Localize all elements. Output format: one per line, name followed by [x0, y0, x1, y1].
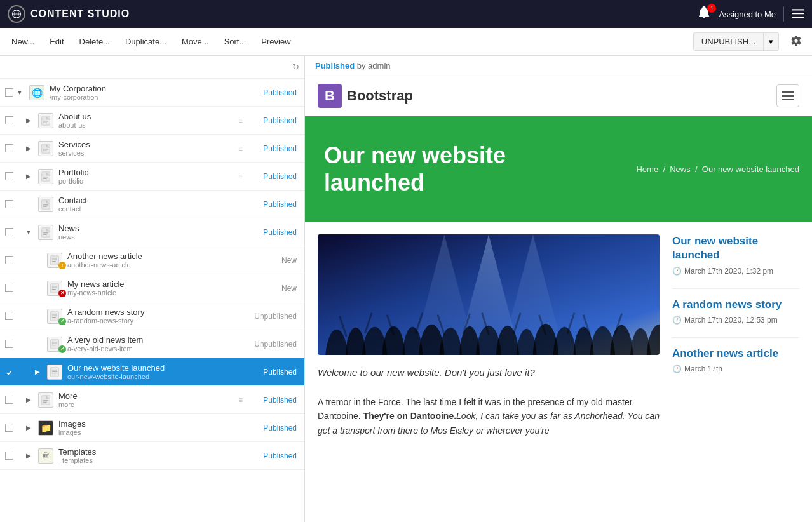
- drag-handle-icon[interactable]: ≡: [238, 396, 248, 405]
- article-main: Welcome to our new website. Don't you ju…: [318, 234, 660, 438]
- tree-item-another-news[interactable]: !Another news articleanother-news-articl…: [0, 246, 304, 274]
- tree-item-templates[interactable]: ▶🏛Templates_templatesPublished: [0, 442, 304, 470]
- tree-item-old-news[interactable]: ✓A very old news itema-very-old-news-ite…: [0, 330, 304, 358]
- item-icon-cell: !: [44, 253, 65, 268]
- preview-content-area[interactable]: B Bootstrap Our new website launched Hom…: [305, 76, 812, 522]
- drag-handle-icon[interactable]: ≡: [238, 172, 248, 181]
- tree-checkbox[interactable]: [5, 200, 13, 208]
- expand-button[interactable]: ▶: [26, 173, 31, 180]
- item-status-label: Published: [263, 200, 297, 209]
- tree-item-random-news[interactable]: ✓A random news storya-random-news-storyU…: [0, 302, 304, 330]
- tree-item-about-us[interactable]: ▶About usabout-us≡Published: [0, 107, 304, 135]
- item-status-cell: Published: [251, 88, 302, 97]
- tree-checkbox[interactable]: [5, 424, 13, 432]
- menu-hamburger-button[interactable]: [792, 7, 804, 22]
- tree-checkbox[interactable]: [5, 368, 13, 376]
- expand-button[interactable]: ▶: [35, 368, 40, 375]
- tree-item-more[interactable]: ▶Moremore≡Published: [0, 386, 304, 414]
- item-status-cell: Unpublished: [251, 339, 302, 349]
- tree-checkbox[interactable]: [5, 144, 13, 152]
- tree-checkbox[interactable]: [5, 312, 13, 320]
- sort-button[interactable]: Sort...: [218, 33, 253, 50]
- sidebar-article-3-title[interactable]: Another news article: [672, 347, 799, 361]
- item-status-cell: Published: [251, 423, 302, 432]
- item-text-cell: Moremore: [58, 391, 238, 408]
- clock-icon-3: 🕐: [672, 365, 682, 373]
- page-icon: [38, 392, 53, 408]
- tree-checkbox[interactable]: [5, 88, 13, 97]
- tree-checkbox[interactable]: [5, 452, 13, 460]
- tree-item-services[interactable]: ▶Servicesservices≡Published: [0, 135, 304, 163]
- tree-checkbox[interactable]: [5, 228, 13, 236]
- checkbox-cell: [3, 424, 15, 432]
- site-nav-toggle[interactable]: [776, 84, 799, 107]
- tree-item-portfolio[interactable]: ▶Portfolioportfolio≡Published: [0, 163, 304, 191]
- hero-title: Our new website launched: [324, 142, 565, 196]
- item-status-label: Unpublished: [254, 340, 297, 349]
- notification-icon: 1: [697, 5, 715, 23]
- refresh-icon[interactable]: ↻: [292, 62, 299, 72]
- checkbox-cell: [3, 116, 15, 124]
- expand-button[interactable]: ▶: [26, 145, 31, 152]
- divider: [783, 6, 784, 22]
- item-name: A random news story: [67, 307, 251, 317]
- toolbar: New... Edit Delete... Duplicate... Move.…: [0, 28, 812, 56]
- tree-checkbox[interactable]: [5, 172, 13, 180]
- edit-button[interactable]: Edit: [43, 33, 70, 50]
- item-status-label: New: [281, 256, 297, 265]
- expand-button[interactable]: ▶: [26, 424, 31, 431]
- tree-checkbox[interactable]: [5, 256, 13, 264]
- tree-item-images[interactable]: ▶📁ImagesimagesPublished: [0, 414, 304, 442]
- page-icon: [38, 113, 53, 128]
- move-button[interactable]: Move...: [175, 33, 215, 50]
- item-path: portfolio: [58, 177, 238, 185]
- notification-badge: 1: [707, 4, 716, 13]
- item-path: our-new-website-launched: [67, 373, 251, 380]
- tree-item-news[interactable]: ▼NewsnewsPublished: [0, 218, 304, 246]
- assigned-label: Assigned to Me: [719, 10, 776, 19]
- tree-item-our-new-website[interactable]: ▶Our new website launchedour-new-website…: [0, 358, 304, 386]
- tree-checkbox[interactable]: [5, 340, 13, 348]
- unpublish-button[interactable]: UNPUBLISH...: [694, 33, 763, 50]
- sidebar-divider-2: [672, 337, 799, 338]
- assigned-to-me-button[interactable]: 1 Assigned to Me: [697, 5, 776, 23]
- svg-rect-6: [42, 116, 50, 124]
- item-path: a-very-old-news-item: [67, 345, 251, 352]
- tree-item-contact[interactable]: ContactcontactPublished: [0, 191, 304, 218]
- sidebar-article-3-date: March 17th: [684, 365, 722, 373]
- item-text-cell: Imagesimages: [58, 419, 251, 436]
- delete-button[interactable]: Delete...: [73, 33, 116, 50]
- sidebar-article-1-meta: 🕐 March 17th 2020, 1:32 pm: [672, 267, 799, 276]
- expand-button[interactable]: ▶: [26, 452, 31, 459]
- svg-rect-38: [51, 339, 59, 348]
- item-status-cell: New: [251, 283, 302, 293]
- tree-checkbox[interactable]: [5, 116, 13, 124]
- item-status-label: Published: [263, 88, 297, 97]
- tree-header: ↻: [0, 56, 304, 79]
- sidebar-article-2-meta: 🕐 March 17th 2020, 12:53 pm: [672, 316, 799, 325]
- sidebar-article-2-title[interactable]: A random news story: [672, 298, 799, 312]
- expand-button[interactable]: ▼: [17, 89, 23, 96]
- preview-button[interactable]: Preview: [255, 33, 297, 50]
- checkbox-cell: [3, 228, 15, 236]
- tree-checkbox[interactable]: [5, 284, 13, 292]
- drag-handle-icon[interactable]: ≡: [238, 116, 248, 125]
- item-name: My Corporation: [50, 84, 251, 93]
- drag-handle-icon[interactable]: ≡: [238, 144, 248, 153]
- expand-button[interactable]: ▶: [26, 117, 31, 124]
- sidebar-article-1-title[interactable]: Our new website launched: [672, 234, 799, 262]
- expand-button[interactable]: ▶: [26, 396, 31, 403]
- svg-rect-4: [792, 13, 804, 14]
- tree-item-my-news[interactable]: ✕My news articlemy-news-articleNew: [0, 274, 304, 302]
- logo-icon: [8, 5, 25, 23]
- unpublish-dropdown-button[interactable]: ▾: [763, 33, 778, 50]
- new-button[interactable]: New...: [5, 33, 41, 50]
- item-icon-cell: [36, 141, 56, 156]
- expand-button[interactable]: ▼: [25, 229, 32, 236]
- settings-button[interactable]: [785, 31, 807, 52]
- article-body: Welcome to our new website. Don't you ju…: [318, 365, 660, 438]
- duplicate-button[interactable]: Duplicate...: [119, 33, 173, 50]
- tree-checkbox[interactable]: [5, 396, 13, 404]
- tree-item-my-corporation[interactable]: ▼🌐My Corporation/my-corporationPublished: [0, 79, 304, 107]
- svg-rect-10: [42, 144, 50, 152]
